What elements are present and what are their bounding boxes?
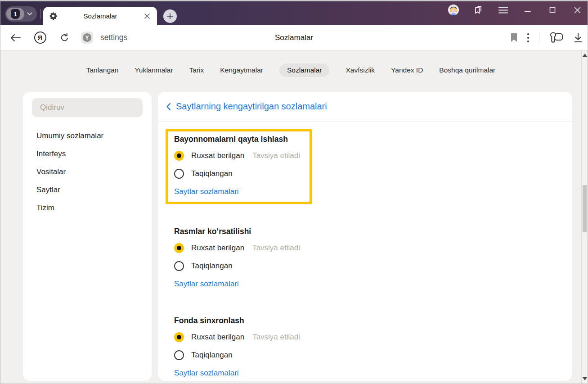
menu-icon[interactable]	[498, 5, 508, 15]
radio-unselected-icon[interactable]	[174, 350, 184, 360]
sidebar-item-saytlar[interactable]: Saytlar	[23, 181, 152, 199]
scrollbar-thumb[interactable]	[583, 185, 587, 232]
toolbar: Я Y settings Sozlamalar	[0, 25, 588, 50]
tab-counter-segment: 1	[6, 8, 24, 20]
nav-tabs: TanlanganYuklanmalarTarixKengaytmalarSoz…	[0, 63, 581, 77]
minimize-button[interactable]	[522, 5, 533, 15]
sites-settings-link[interactable]: Saytlar sozlamalari	[174, 187, 239, 196]
new-tab-button[interactable]	[163, 9, 177, 23]
toolbar-page-title: Sozlamalar	[275, 25, 313, 50]
settings-section-bayonnomalarni-qayta-ishlash: Bayonnomalarni qayta ishlash Ruxsat beri…	[166, 129, 312, 204]
tab-close-icon[interactable]	[143, 12, 151, 20]
radio-option-allowed[interactable]: Ruxsat berilgan Tavsiya etiladi	[174, 147, 303, 165]
nav-tab-kengaytmalar[interactable]: Kengaytmalar	[220, 63, 263, 77]
back-heading[interactable]: Saytlarning kengaytirilgan sozlamalari	[158, 92, 572, 121]
sidebar-item-tizim[interactable]: Tizim	[23, 199, 152, 217]
scroll-down-arrow[interactable]	[583, 377, 587, 380]
sidebar-item-umumiy-sozlamalar[interactable]: Umumiy sozlamalar	[23, 127, 152, 145]
nav-tab-boshqa-qurilmalar[interactable]: Boshqa qurilmalar	[439, 63, 495, 77]
browser-tab-settings[interactable]: Sozlamalar	[43, 7, 157, 25]
maximize-button[interactable]	[547, 5, 558, 15]
page-title: Saytlarning kengaytirilgan sozlamalari	[176, 101, 327, 112]
section-title: Rasmlar koʻrsatilishi	[174, 226, 556, 237]
sites-settings-link[interactable]: Saytlar sozlamalari	[174, 369, 239, 378]
toolbar-divider	[539, 32, 539, 44]
sidebar-list: Umumiy sozlamalarInterfeysVositalarSaytl…	[23, 127, 152, 217]
browser-window: 1 Sozlamalar	[0, 0, 588, 384]
scrollbar[interactable]	[581, 50, 588, 384]
radio-selected-icon[interactable]	[174, 151, 184, 161]
profile-avatar[interactable]	[448, 5, 459, 15]
radio-option-allowed[interactable]: Ruxsat berilgan Tavsiya etiladi	[174, 239, 556, 257]
radio-selected-icon[interactable]	[174, 243, 184, 253]
sidebar: Umumiy sozlamalarInterfeysVositalarSaytl…	[23, 92, 152, 381]
radio-option-blocked[interactable]: Taqiqlangan	[174, 165, 303, 183]
settings-content: Saytlarning kengaytirilgan sozlamalari B…	[158, 92, 572, 381]
sidebar-item-vositalar[interactable]: Vositalar	[23, 163, 152, 181]
sidebar-item-interfeys[interactable]: Interfeys	[23, 145, 152, 163]
settings-page: TanlanganYuklanmalarTarixKengaytmalarSoz…	[0, 50, 588, 384]
radio-unselected-icon[interactable]	[174, 169, 184, 179]
sections-container: Bayonnomalarni qayta ishlash Ruxsat beri…	[158, 122, 572, 381]
titlebar: 1 Sozlamalar	[0, 0, 588, 25]
yandex-logo-icon[interactable]: Я	[34, 25, 46, 50]
chevron-left-icon	[166, 103, 171, 111]
sites-settings-link[interactable]: Saytlar sozlamalari	[174, 280, 239, 289]
titlebar-divider	[40, 9, 40, 19]
protect-icon[interactable]: Y	[81, 32, 93, 44]
extensions-icon[interactable]	[549, 32, 564, 44]
radio-option-blocked[interactable]: Taqiqlangan	[174, 257, 556, 275]
bookmark-icon[interactable]	[511, 33, 517, 42]
radio-unselected-icon[interactable]	[174, 261, 184, 271]
link-row: Saytlar sozlamalari	[174, 275, 556, 293]
downloads-icon[interactable]	[573, 32, 583, 43]
link-row: Saytlar sozlamalari	[174, 183, 303, 201]
nav-tab-tarix[interactable]: Tarix	[189, 63, 204, 77]
tab-count-badge: 1	[11, 9, 20, 19]
settings-section-rasmlar-ko-rsatilishi: Rasmlar koʻrsatilishi Ruxsat berilgan Ta…	[174, 226, 556, 293]
more-options-icon[interactable]	[527, 33, 530, 43]
address-url[interactable]: settings	[100, 25, 127, 50]
refresh-icon[interactable]	[59, 25, 70, 50]
collections-icon[interactable]	[473, 5, 484, 15]
back-icon[interactable]	[9, 25, 21, 50]
gear-icon	[49, 12, 58, 20]
search-input[interactable]	[32, 98, 143, 117]
nav-tab-yandex-id[interactable]: Yandex ID	[391, 63, 423, 77]
section-title: Fonda sinxronlash	[174, 315, 556, 326]
settings-section-fonda-sinxronlash: Fonda sinxronlash Ruxsat berilgan Tavsiy…	[174, 315, 556, 381]
nav-tab-tanlangan[interactable]: Tanlangan	[86, 63, 119, 77]
nav-tab-yuklanmalar[interactable]: Yuklanmalar	[135, 63, 173, 77]
nav-tab-sozlamalar[interactable]: Sozlamalar	[279, 63, 330, 77]
nav-tab-xavfsizlik[interactable]: Xavfsizlik	[346, 63, 375, 77]
chevron-down-icon	[27, 12, 32, 16]
radio-selected-icon[interactable]	[174, 332, 184, 342]
tab-counter-button[interactable]: 1	[5, 6, 37, 22]
section-title: Bayonnomalarni qayta ishlash	[174, 133, 303, 145]
scroll-up-arrow[interactable]	[583, 54, 587, 57]
close-button[interactable]	[572, 5, 583, 15]
link-row: Saytlar sozlamalari	[174, 364, 556, 381]
radio-option-allowed[interactable]: Ruxsat berilgan Tavsiya etiladi	[174, 328, 556, 346]
tab-title: Sozlamalar	[58, 12, 143, 20]
radio-option-blocked[interactable]: Taqiqlangan	[174, 346, 556, 364]
